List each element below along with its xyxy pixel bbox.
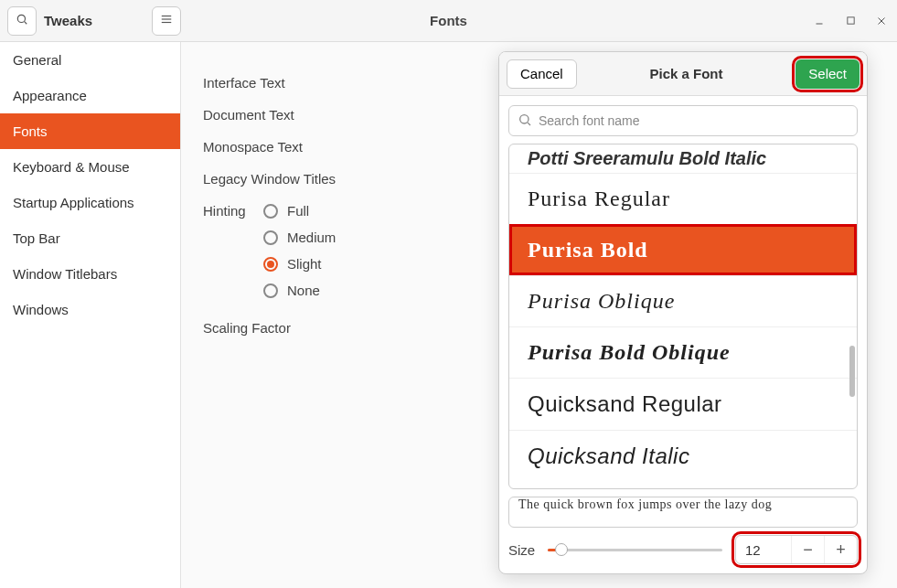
radio-icon bbox=[263, 204, 278, 219]
font-row-purisa-regular[interactable]: Purisa Regular bbox=[509, 173, 857, 224]
plus-icon: + bbox=[836, 540, 846, 560]
slider-thumb-icon[interactable] bbox=[555, 543, 568, 556]
minus-icon: − bbox=[803, 540, 813, 560]
radio-icon bbox=[263, 283, 278, 298]
headerbar-left: Tweaks bbox=[0, 6, 181, 36]
dialog-title: Pick a Font bbox=[649, 66, 722, 81]
size-row: Size 12 − + bbox=[508, 535, 858, 564]
select-button[interactable]: Select bbox=[796, 59, 860, 89]
dialog-body: Potti Sreeramulu Bold Italic Purisa Regu… bbox=[499, 96, 867, 573]
cancel-button[interactable]: Cancel bbox=[507, 59, 577, 89]
font-row-purisa-bold-oblique[interactable]: Purisa Bold Oblique bbox=[509, 326, 857, 378]
menu-button[interactable] bbox=[152, 6, 181, 36]
hinting-options: Full Medium Slight None bbox=[263, 203, 336, 298]
search-button[interactable] bbox=[7, 6, 37, 36]
headerbar: Tweaks Fonts bbox=[0, 0, 897, 42]
font-search-input[interactable] bbox=[508, 105, 858, 136]
font-list: Potti Sreeramulu Bold Italic Purisa Regu… bbox=[508, 144, 858, 489]
search-icon bbox=[518, 112, 532, 131]
font-row-purisa-bold[interactable]: Purisa Bold bbox=[509, 224, 857, 275]
sidebar: General Appearance Fonts Keyboard & Mous… bbox=[0, 42, 181, 588]
size-spinner: 12 − + bbox=[735, 535, 858, 564]
dialog-header: Cancel Pick a Font Select bbox=[499, 52, 867, 96]
sidebar-item-top-bar[interactable]: Top Bar bbox=[0, 220, 180, 256]
font-picker-dialog: Cancel Pick a Font Select Potti Sreeramu… bbox=[498, 51, 868, 574]
font-row-purisa-oblique[interactable]: Purisa Oblique bbox=[509, 275, 857, 326]
minimize-icon[interactable] bbox=[811, 13, 828, 29]
close-icon[interactable] bbox=[873, 13, 890, 29]
sidebar-item-window-titlebars[interactable]: Window Titlebars bbox=[0, 256, 180, 292]
maximize-icon[interactable] bbox=[842, 13, 859, 29]
window-controls bbox=[811, 13, 890, 29]
search-field bbox=[508, 105, 858, 136]
svg-line-1 bbox=[25, 22, 27, 25]
page-title: Fonts bbox=[430, 13, 467, 28]
search-icon bbox=[16, 13, 28, 28]
size-slider[interactable] bbox=[548, 541, 722, 558]
svg-point-0 bbox=[17, 15, 25, 22]
hinting-slight[interactable]: Slight bbox=[263, 256, 336, 272]
sidebar-item-general[interactable]: General bbox=[0, 42, 180, 78]
size-decrease-button[interactable]: − bbox=[791, 536, 824, 563]
sidebar-item-windows[interactable]: Windows bbox=[0, 292, 180, 327]
svg-rect-6 bbox=[847, 17, 853, 24]
sidebar-item-appearance[interactable]: Appearance bbox=[0, 78, 180, 113]
font-preview[interactable]: The quick brown fox jumps over the lazy … bbox=[508, 497, 858, 528]
font-row-quicksand-italic[interactable]: Quicksand Italic bbox=[509, 430, 857, 482]
size-increase-button[interactable]: + bbox=[824, 536, 857, 563]
svg-point-9 bbox=[520, 115, 529, 123]
font-row-partial[interactable]: Potti Sreeramulu Bold Italic bbox=[509, 144, 857, 173]
hinting-medium[interactable]: Medium bbox=[263, 230, 336, 245]
hinting-none[interactable]: None bbox=[263, 283, 336, 298]
radio-icon bbox=[263, 257, 278, 272]
svg-line-10 bbox=[528, 123, 530, 125]
sidebar-item-keyboard-mouse[interactable]: Keyboard & Mouse bbox=[0, 149, 180, 185]
hamburger-icon bbox=[160, 13, 173, 28]
sidebar-item-fonts[interactable]: Fonts bbox=[0, 113, 180, 149]
scrollbar[interactable] bbox=[849, 346, 855, 397]
hinting-full[interactable]: Full bbox=[263, 203, 336, 219]
radio-icon bbox=[263, 230, 278, 245]
size-label: Size bbox=[508, 542, 535, 558]
sidebar-item-startup-applications[interactable]: Startup Applications bbox=[0, 185, 180, 220]
font-row-quicksand-regular[interactable]: Quicksand Regular bbox=[509, 378, 857, 430]
app-title: Tweaks bbox=[44, 13, 92, 28]
size-value[interactable]: 12 bbox=[736, 542, 791, 558]
